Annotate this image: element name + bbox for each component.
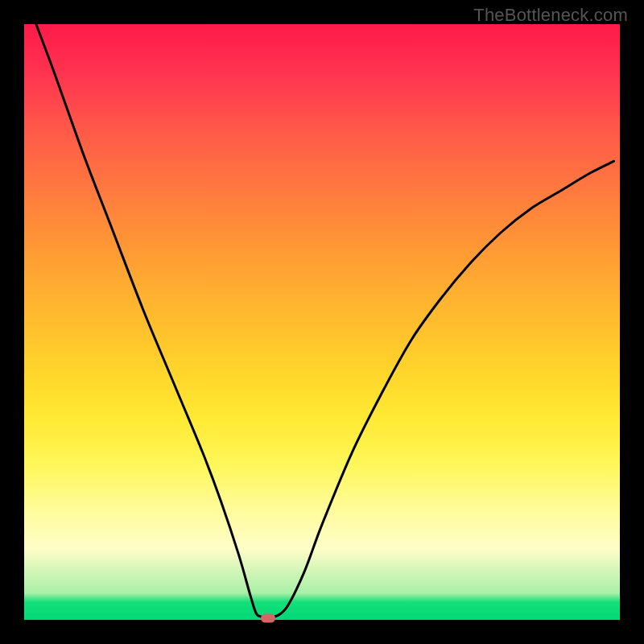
- optimal-point-marker: [261, 613, 275, 622]
- bottleneck-curve: [36, 24, 614, 617]
- watermark-text: TheBottleneck.com: [473, 5, 628, 26]
- chart-plot-area: [24, 24, 620, 620]
- curve-svg: [24, 24, 620, 620]
